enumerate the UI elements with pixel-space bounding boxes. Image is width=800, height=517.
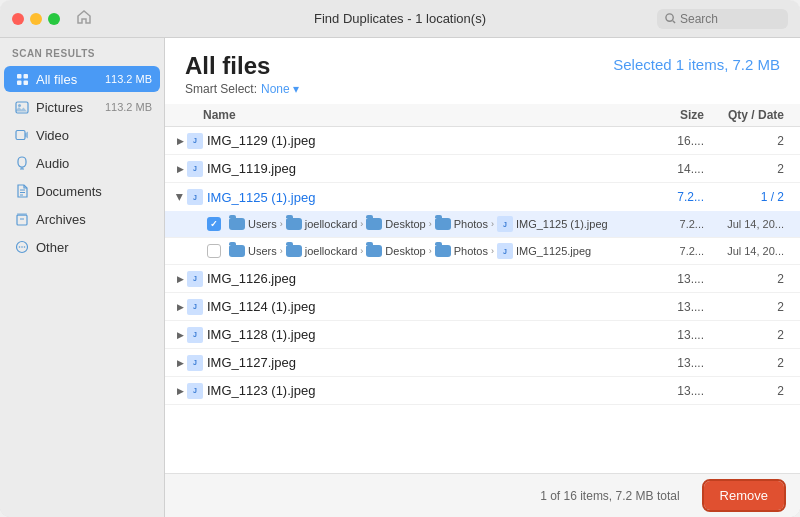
- close-button[interactable]: [12, 13, 24, 25]
- expand-arrow[interactable]: ▶: [173, 356, 187, 370]
- expand-arrow[interactable]: ▶: [173, 190, 187, 204]
- file-qty: 2: [704, 300, 784, 314]
- sidebar-item-label: Documents: [36, 184, 152, 199]
- col-header-qty-date: Qty / Date: [704, 108, 784, 122]
- expand-arrow[interactable]: ▶: [173, 328, 187, 342]
- bc-text: joellockard: [305, 245, 358, 257]
- sidebar-item-all-files[interactable]: All files 113.2 MB: [4, 66, 160, 92]
- sidebar-item-label: Other: [36, 240, 152, 255]
- archive-icon: [14, 211, 30, 227]
- svg-rect-4: [17, 80, 22, 85]
- folder-icon: [435, 245, 451, 257]
- expand-arrow[interactable]: ▶: [173, 134, 187, 148]
- sidebar-item-label: Archives: [36, 212, 152, 227]
- svg-point-0: [666, 14, 673, 21]
- footer: 1 of 16 items, 7.2 MB total Remove: [165, 473, 800, 517]
- document-icon: [14, 183, 30, 199]
- home-icon[interactable]: [76, 9, 92, 29]
- sub-size: 7.2...: [644, 218, 704, 230]
- file-size: 13....: [644, 272, 704, 286]
- table-row: ▶ J IMG_1123 (1).jpeg 13.... 2: [165, 377, 800, 405]
- folder-icon: [229, 245, 245, 257]
- svg-line-1: [673, 21, 675, 23]
- file-name: IMG_1126.jpeg: [207, 271, 644, 286]
- search-icon: [665, 13, 676, 24]
- bc-text: Desktop: [385, 245, 425, 257]
- table-header: Name Size Qty / Date: [165, 104, 800, 127]
- file-qty: 2: [704, 162, 784, 176]
- bc-arrow: ›: [491, 246, 494, 256]
- sidebar-item-pictures[interactable]: Pictures 113.2 MB: [4, 94, 160, 120]
- svg-rect-8: [16, 131, 25, 140]
- svg-point-19: [21, 246, 23, 248]
- bc-text: IMG_1125 (1).jpeg: [516, 218, 608, 230]
- breadcrumb-path: Users › joellockard › Desktop › Photos ›…: [229, 243, 644, 259]
- bc-text: Photos: [454, 245, 488, 257]
- titlebar: Find Duplicates - 1 location(s): [0, 0, 800, 38]
- picture-icon: [14, 99, 30, 115]
- table-row: ▶ J IMG_1125 (1).jpeg 7.2... 1 / 2: [165, 183, 800, 211]
- file-name: IMG_1123 (1).jpeg: [207, 383, 644, 398]
- table-row: ▶ J IMG_1126.jpeg 13.... 2: [165, 265, 800, 293]
- sidebar-item-documents[interactable]: Documents: [4, 178, 160, 204]
- svg-rect-2: [17, 74, 22, 79]
- content-title: All files: [185, 52, 299, 80]
- sidebar-item-label: Pictures: [36, 100, 99, 115]
- search-input[interactable]: [680, 12, 780, 26]
- svg-rect-3: [23, 74, 28, 79]
- file-qty: 2: [704, 272, 784, 286]
- table-body: ▶ J IMG_1129 (1).jpeg 16.... 2 ▶ J IMG_1…: [165, 127, 800, 473]
- file-qty: 1 / 2: [704, 190, 784, 204]
- table-row: ▶ J IMG_1119.jpeg 14.... 2: [165, 155, 800, 183]
- bc-text: Users: [248, 218, 277, 230]
- minimize-button[interactable]: [30, 13, 42, 25]
- main-layout: Scan results All files 113.2 MB: [0, 38, 800, 517]
- expand-arrow[interactable]: ▶: [173, 272, 187, 286]
- audio-icon: [14, 155, 30, 171]
- traffic-lights: [12, 13, 60, 25]
- grid-icon: [14, 71, 30, 87]
- expand-arrow[interactable]: ▶: [173, 300, 187, 314]
- smart-select-value[interactable]: None ▾: [261, 82, 299, 96]
- file-icon-jpeg: J: [187, 327, 203, 343]
- file-icon-jpeg: J: [187, 271, 203, 287]
- sidebar-item-size: 113.2 MB: [105, 73, 152, 85]
- file-size: 13....: [644, 356, 704, 370]
- bc-arrow: ›: [280, 219, 283, 229]
- bc-arrow: ›: [429, 219, 432, 229]
- folder-icon: [366, 218, 382, 230]
- bc-arrow: ›: [360, 219, 363, 229]
- sub-date: Jul 14, 20...: [704, 245, 784, 257]
- file-size: 13....: [644, 300, 704, 314]
- checkbox-checked[interactable]: [205, 215, 223, 233]
- file-size: 16....: [644, 134, 704, 148]
- content-header: All files Smart Select: None ▾ Selected …: [165, 38, 800, 104]
- checkbox-unchecked[interactable]: [205, 242, 223, 260]
- smart-select: Smart Select: None ▾: [185, 82, 299, 96]
- expand-arrow[interactable]: ▶: [173, 162, 187, 176]
- chevron-down-icon: ▾: [293, 82, 299, 96]
- bc-arrow: ›: [280, 246, 283, 256]
- sidebar-item-archives[interactable]: Archives: [4, 206, 160, 232]
- table-row: ▶ J IMG_1127.jpeg 13.... 2: [165, 349, 800, 377]
- video-icon: [14, 127, 30, 143]
- svg-rect-15: [17, 213, 27, 216]
- sidebar-item-other[interactable]: Other: [4, 234, 160, 260]
- file-name: IMG_1119.jpeg: [207, 161, 644, 176]
- file-icon-jpeg: J: [497, 243, 513, 259]
- sidebar-item-video[interactable]: Video: [4, 122, 160, 148]
- folder-icon: [229, 218, 245, 230]
- search-box[interactable]: [657, 9, 788, 29]
- sidebar-item-label: Video: [36, 128, 152, 143]
- file-size: 13....: [644, 328, 704, 342]
- bc-arrow: ›: [491, 219, 494, 229]
- sidebar-item-audio[interactable]: Audio: [4, 150, 160, 176]
- selected-info: Selected 1 items, 7.2 MB: [613, 52, 780, 73]
- sidebar: Scan results All files 113.2 MB: [0, 38, 165, 517]
- table-sub-row: Users › joellockard › Desktop › Photos ›…: [165, 211, 800, 238]
- maximize-button[interactable]: [48, 13, 60, 25]
- file-size: 13....: [644, 384, 704, 398]
- remove-button[interactable]: Remove: [704, 481, 784, 510]
- file-name: IMG_1124 (1).jpeg: [207, 299, 644, 314]
- expand-arrow[interactable]: ▶: [173, 384, 187, 398]
